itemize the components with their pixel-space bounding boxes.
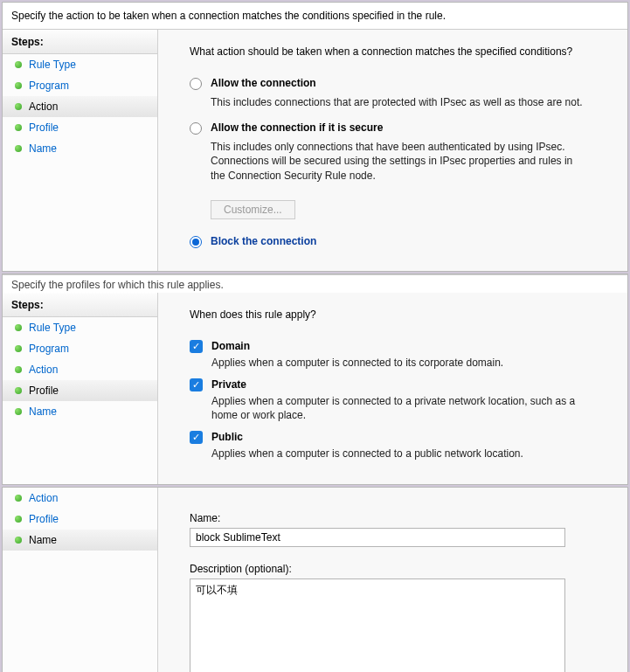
- checkbox-private[interactable]: ✓ Private: [190, 378, 606, 391]
- panel-body: Steps: Rule Type Program Action Profile …: [3, 30, 627, 271]
- panel-description: Specify the action to be taken when a co…: [3, 3, 627, 30]
- check-icon: ✓: [190, 378, 203, 391]
- step-action[interactable]: Action: [3, 96, 157, 117]
- sidebar-title: Steps:: [3, 293, 157, 317]
- bullet-icon: [15, 82, 22, 89]
- radio-label: Allow the connection if it is secure: [211, 121, 383, 134]
- check-description: Applies when a computer is connected to …: [211, 394, 578, 422]
- check-icon: ✓: [190, 340, 203, 353]
- check-label: Private: [211, 378, 246, 391]
- checkbox-public[interactable]: ✓ Public: [190, 431, 606, 444]
- radio-label: Allow the connection: [211, 77, 316, 89]
- step-label: Action: [29, 492, 58, 504]
- step-program[interactable]: Program: [3, 338, 157, 359]
- step-program[interactable]: Program: [3, 75, 157, 96]
- step-rule-type[interactable]: Rule Type: [3, 54, 157, 75]
- step-label: Profile: [29, 513, 59, 525]
- content-area: Name: Description (optional):: [158, 488, 627, 673]
- step-label: Action: [29, 100, 58, 113]
- radio-description: This includes connections that are prote…: [211, 95, 586, 109]
- radio-allow-connection[interactable]: Allow the connection: [190, 77, 606, 90]
- radio-allow-secure[interactable]: Allow the connection if it is secure: [190, 121, 606, 135]
- content-area: What action should be taken when a conne…: [158, 30, 627, 271]
- check-label: Public: [211, 431, 243, 443]
- check-label: Domain: [211, 340, 250, 352]
- step-label: Rule Type: [29, 59, 76, 71]
- name-input[interactable]: [190, 528, 565, 547]
- radio-description: This includes only connections that have…: [211, 140, 586, 183]
- description-textarea[interactable]: [190, 578, 565, 673]
- radio-icon: [190, 122, 202, 135]
- step-label: Name: [29, 142, 57, 155]
- bullet-icon: [15, 366, 22, 373]
- panel-body: Steps: Rule Type Program Action Profile …: [3, 293, 627, 484]
- step-name[interactable]: Name: [3, 138, 157, 159]
- description-label: Description (optional):: [190, 563, 606, 575]
- radio-block-connection[interactable]: Block the connection: [190, 235, 606, 248]
- step-label: Program: [29, 343, 69, 355]
- step-label: Rule Type: [29, 322, 76, 334]
- steps-sidebar: Steps: Rule Type Program Action Profile …: [3, 293, 158, 484]
- bullet-icon: [15, 495, 22, 502]
- step-rule-type[interactable]: Rule Type: [3, 317, 157, 338]
- checkbox-domain[interactable]: ✓ Domain: [190, 340, 606, 353]
- step-action[interactable]: Action: [3, 488, 157, 509]
- wizard-panel-profile: Specify the profiles for which this rule…: [2, 274, 628, 485]
- panel-body: Action Profile Name Name: Description (o…: [3, 488, 627, 673]
- bullet-icon: [15, 516, 22, 523]
- step-label: Program: [29, 80, 69, 92]
- step-profile[interactable]: Profile: [3, 117, 157, 138]
- step-label: Profile: [29, 384, 59, 397]
- step-label: Action: [29, 364, 58, 376]
- bullet-icon: [15, 408, 22, 415]
- panel-description-truncated: Specify the profiles for which this rule…: [3, 274, 627, 293]
- sidebar-title: Steps:: [3, 30, 157, 54]
- wizard-panel-action: Specify the action to be taken when a co…: [2, 2, 628, 272]
- content-area: When does this rule apply? ✓ Domain Appl…: [158, 293, 627, 484]
- step-profile[interactable]: Profile: [3, 380, 157, 401]
- step-name[interactable]: Name: [3, 401, 157, 422]
- bullet-icon: [15, 61, 22, 68]
- check-description: Applies when a computer is connected to …: [211, 447, 578, 461]
- step-label: Profile: [29, 121, 59, 134]
- radio-icon: [190, 78, 202, 90]
- steps-sidebar: Steps: Rule Type Program Action Profile …: [3, 30, 158, 271]
- step-action[interactable]: Action: [3, 359, 157, 380]
- name-label: Name:: [190, 512, 606, 524]
- steps-sidebar: Action Profile Name: [3, 488, 158, 673]
- bullet-icon: [15, 103, 22, 110]
- customize-button: Customize...: [211, 200, 295, 219]
- step-profile[interactable]: Profile: [3, 509, 157, 530]
- wizard-panel-name: Action Profile Name Name: Description (o…: [2, 487, 628, 673]
- bullet-icon: [15, 145, 22, 152]
- step-label: Name: [29, 405, 57, 418]
- bullet-icon: [15, 124, 22, 131]
- radio-icon: [190, 236, 202, 248]
- bullet-icon: [15, 537, 22, 544]
- bullet-icon: [15, 387, 22, 394]
- check-description: Applies when a computer is connected to …: [211, 356, 578, 370]
- step-label: Name: [29, 534, 57, 546]
- question-text: What action should be taken when a conne…: [190, 45, 606, 58]
- bullet-icon: [15, 324, 22, 331]
- bullet-icon: [15, 345, 22, 352]
- radio-label: Block the connection: [211, 235, 316, 247]
- step-name[interactable]: Name: [3, 530, 157, 551]
- question-text: When does this rule apply?: [190, 308, 606, 321]
- check-icon: ✓: [190, 431, 203, 444]
